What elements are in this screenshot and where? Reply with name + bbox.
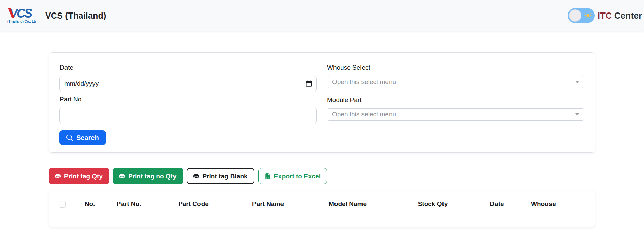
button-label: Print tag Qty	[64, 173, 103, 180]
printer-icon	[119, 173, 125, 179]
brand-secondary: Center	[614, 10, 642, 21]
filter-left-column: Date Part No. Search	[59, 64, 317, 144]
excel-file-icon	[265, 173, 271, 179]
column-header-part-no: Part No.	[104, 191, 154, 211]
date-label: Date	[60, 64, 317, 71]
column-header-part-code: Part Code	[154, 191, 233, 211]
module-part-select-value: Open this select menu	[332, 111, 396, 118]
printer-icon	[193, 173, 199, 179]
filter-right-column: Whouse Select Open this select menu Modu…	[327, 64, 584, 144]
company-logo: VCS (Thailand) Co., Ltd.	[7, 6, 36, 25]
select-all-checkbox[interactable]	[59, 201, 66, 208]
results-table: No. Part No. Part Code Part Name Model N…	[49, 191, 595, 211]
print-tag-qty-button[interactable]: Print tag Qty	[49, 168, 109, 184]
column-header-no: No.	[75, 191, 104, 211]
column-header-stock-qty: Stock Qty	[393, 191, 473, 211]
theme-toggle[interactable]	[568, 8, 595, 23]
vcs-logo-icon: VCS (Thailand) Co., Ltd.	[7, 6, 36, 25]
print-tag-no-qty-button[interactable]: Print tag no Qty	[113, 168, 183, 184]
module-part-label: Module Part	[327, 96, 584, 104]
column-header-date: Date	[473, 191, 521, 211]
column-header-spacer	[566, 191, 595, 211]
export-to-excel-button[interactable]: Export to Excel	[258, 168, 327, 184]
actions-row: Print tag Qty Print tag no Qty Print tag…	[49, 168, 595, 184]
sun-icon	[584, 12, 592, 19]
svg-text:VCS: VCS	[9, 6, 32, 20]
print-tag-blank-button[interactable]: Print tag Blank	[187, 168, 254, 184]
search-button-label: Search	[76, 134, 99, 142]
column-header-whouse: Whouse	[521, 191, 566, 211]
chevron-down-icon	[575, 81, 579, 83]
whouse-select-value: Open this select menu	[332, 78, 396, 86]
app-header: VCS (Thailand) Co., Ltd. VCS (Thailand) …	[0, 0, 644, 31]
column-header-part-name: Part Name	[233, 191, 303, 211]
toggle-knob	[569, 9, 581, 22]
main-content: Date Part No. Search Whouse Sele	[49, 52, 595, 227]
module-part-select[interactable]: Open this select menu	[327, 108, 584, 121]
part-no-label: Part No.	[60, 96, 317, 103]
brand-primary: ITC	[598, 10, 612, 21]
svg-text:(Thailand) Co., Ltd.: (Thailand) Co., Ltd.	[7, 20, 36, 23]
search-button[interactable]: Search	[59, 130, 106, 145]
chevron-down-icon	[575, 113, 579, 115]
results-table-card: No. Part No. Part Code Part Name Model N…	[49, 191, 595, 227]
filter-panel: Date Part No. Search Whouse Sele	[49, 52, 595, 153]
page-title: VCS (Thailand)	[45, 11, 106, 21]
button-label: Export to Excel	[274, 173, 321, 180]
part-no-input[interactable]	[59, 108, 317, 123]
date-field-wrap	[59, 76, 317, 91]
printer-icon	[55, 173, 61, 179]
whouse-select[interactable]: Open this select menu	[327, 76, 584, 88]
button-label: Print tag Blank	[203, 173, 248, 180]
brand-name: ITCCenter	[598, 10, 642, 21]
table-header-row: No. Part No. Part Code Part Name Model N…	[49, 191, 595, 211]
search-icon	[66, 135, 73, 141]
date-input[interactable]	[59, 76, 317, 91]
column-header-model-name: Model Name	[303, 191, 393, 211]
button-label: Print tag no Qty	[128, 173, 177, 180]
select-all-cell	[49, 191, 75, 211]
header-right: ITCCenter	[568, 8, 642, 23]
whouse-label: Whouse Select	[327, 64, 584, 71]
